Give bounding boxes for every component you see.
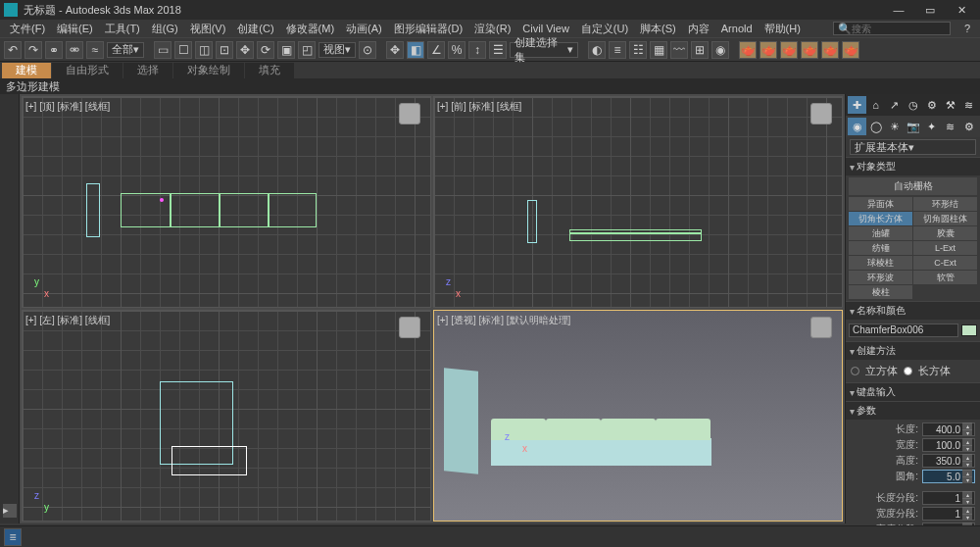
- redo-icon[interactable]: ↷: [24, 41, 42, 59]
- btn-hose[interactable]: 软管: [913, 271, 977, 284]
- hierarchy-tab-icon[interactable]: ↗: [885, 96, 904, 114]
- viewport-perspective[interactable]: [+] [透视] [标准] [默认明暗处理] z x: [433, 310, 843, 522]
- lights-icon[interactable]: ☀: [885, 118, 904, 135]
- menu-maxscript[interactable]: 脚本(S): [634, 22, 682, 36]
- btn-spindle[interactable]: 纺锤: [849, 241, 912, 255]
- tab-freeform[interactable]: 自由形式: [52, 63, 122, 78]
- spinner-snap-icon[interactable]: ↕: [468, 41, 486, 59]
- radio-cube[interactable]: [851, 367, 859, 375]
- search-box[interactable]: 🔍: [833, 22, 951, 35]
- link-icon[interactable]: ⚭: [45, 41, 63, 59]
- create-tab-icon[interactable]: ✚: [848, 96, 866, 114]
- select-move-icon[interactable]: ✥: [236, 41, 254, 59]
- btn-chamferbox[interactable]: 切角长方体: [849, 212, 912, 225]
- autogrid-checkbox[interactable]: 自动栅格: [849, 177, 977, 195]
- menu-help[interactable]: 帮助(H): [759, 22, 807, 36]
- spacewarp-icon[interactable]: ≋: [941, 118, 959, 135]
- section-keyboard[interactable]: 键盘输入: [846, 382, 980, 401]
- menu-arnold[interactable]: Arnold: [715, 23, 759, 34]
- height-spinner[interactable]: ▴▾: [922, 454, 975, 468]
- motion-tab-icon[interactable]: ◷: [904, 96, 922, 114]
- menu-customize[interactable]: 自定义(U): [575, 22, 634, 36]
- menu-content[interactable]: 内容: [682, 22, 715, 36]
- placement-icon[interactable]: ◰: [298, 41, 316, 59]
- select-scale-icon[interactable]: ▣: [277, 41, 295, 59]
- radio-box[interactable]: [904, 367, 912, 375]
- edit-named-icon[interactable]: ☰: [489, 41, 507, 59]
- bind-icon[interactable]: ≈: [86, 41, 104, 59]
- extra-tab-icon[interactable]: ≋: [959, 96, 978, 114]
- menu-animation[interactable]: 动画(A): [340, 22, 388, 36]
- menu-views[interactable]: 视图(V): [184, 22, 232, 36]
- expand-icon[interactable]: ▸: [3, 504, 17, 518]
- object-color-swatch[interactable]: [961, 324, 977, 336]
- window-crossing-icon[interactable]: ⊡: [216, 41, 233, 59]
- section-params[interactable]: 参数: [846, 401, 980, 420]
- scene-explorer-strip[interactable]: ▸: [0, 94, 20, 523]
- render-frame-icon[interactable]: 🫖: [760, 41, 777, 59]
- btn-prism[interactable]: 棱柱: [849, 285, 912, 299]
- menu-edit[interactable]: 编辑(E): [51, 22, 99, 36]
- btn-cext[interactable]: C-Ext: [913, 256, 977, 270]
- modify-tab-icon[interactable]: ⌂: [866, 96, 885, 114]
- length-spinner[interactable]: ▴▾: [922, 423, 975, 436]
- search-input[interactable]: [852, 24, 930, 34]
- render-iter-icon[interactable]: 🫖: [801, 41, 818, 59]
- schematic-icon[interactable]: ⊞: [691, 41, 709, 59]
- render-cloud-icon[interactable]: 🫖: [842, 41, 859, 59]
- systems-icon[interactable]: ⚙: [959, 118, 978, 135]
- mirror-icon[interactable]: ◐: [588, 41, 606, 59]
- btn-hedra[interactable]: 异面体: [849, 197, 912, 211]
- percent-snap-icon[interactable]: %: [448, 41, 466, 59]
- viewport-top[interactable]: [+] [顶] [标准] [线框] y x: [22, 96, 431, 308]
- refcoord-dropdown[interactable]: 视图 ▾: [318, 42, 356, 58]
- btn-capsule[interactable]: 胶囊: [913, 226, 977, 240]
- render-setup-icon[interactable]: 🫖: [739, 41, 757, 59]
- shapes-icon[interactable]: ◯: [866, 118, 885, 135]
- helpers-icon[interactable]: ✦: [922, 118, 941, 135]
- display-tab-icon[interactable]: ⚙: [922, 96, 941, 114]
- viewcube-icon[interactable]: [399, 317, 420, 338]
- layers-icon[interactable]: ☷: [629, 41, 647, 59]
- object-name-input[interactable]: ChamferBox006: [849, 323, 958, 337]
- menu-civil[interactable]: Civil View: [516, 23, 574, 34]
- viewport-front[interactable]: [+] [前] [标准] [线框] z x: [433, 96, 843, 308]
- btn-gengon[interactable]: 球棱柱: [849, 256, 912, 270]
- tab-selection[interactable]: 选择: [123, 63, 172, 78]
- cameras-icon[interactable]: 📷: [904, 118, 922, 135]
- named-sets-dropdown[interactable]: 创建选择集 ▾: [510, 42, 578, 58]
- menu-file[interactable]: 文件(F): [4, 22, 51, 36]
- undo-icon[interactable]: ↶: [4, 41, 22, 59]
- lseg-spinner[interactable]: ▴▾: [922, 491, 975, 505]
- tab-populate[interactable]: 填充: [245, 63, 294, 78]
- menu-render[interactable]: 渲染(R): [468, 22, 516, 36]
- wseg-spinner[interactable]: ▴▾: [922, 507, 975, 521]
- help-icon[interactable]: ?: [958, 23, 976, 34]
- use-center-icon[interactable]: ⊙: [359, 41, 376, 59]
- geometry-icon[interactable]: ◉: [848, 118, 866, 135]
- select-region-icon[interactable]: ◫: [195, 41, 213, 59]
- select-manipulate-icon[interactable]: ✥: [386, 41, 404, 59]
- section-object-type[interactable]: 对象类型: [846, 157, 980, 175]
- filter-dropdown[interactable]: 全部 ▾: [107, 42, 144, 58]
- render-activeshade-icon[interactable]: 🫖: [821, 41, 839, 59]
- viewcube-icon[interactable]: [810, 103, 832, 124]
- unlink-icon[interactable]: ⚮: [66, 41, 83, 59]
- menu-create[interactable]: 创建(C): [231, 22, 279, 36]
- select-name-icon[interactable]: ☐: [174, 41, 192, 59]
- maxscript-icon[interactable]: ≡: [4, 528, 22, 546]
- tab-modeling[interactable]: 建模: [2, 63, 51, 78]
- section-create-method[interactable]: 创建方法: [846, 341, 980, 360]
- close-button[interactable]: ✕: [955, 3, 968, 17]
- viewcube-icon[interactable]: [810, 317, 832, 338]
- viewport-left[interactable]: [+] [左] [标准] [线框] z y: [22, 310, 431, 522]
- align-icon[interactable]: ≡: [609, 41, 626, 59]
- menu-graph[interactable]: 图形编辑器(D): [388, 22, 468, 36]
- btn-oiltank[interactable]: 油罐: [849, 226, 912, 240]
- select-rotate-icon[interactable]: ⟳: [257, 41, 274, 59]
- menu-modifiers[interactable]: 修改器(M): [280, 22, 341, 36]
- tab-objpaint[interactable]: 对象绘制: [173, 63, 244, 78]
- snap-toggle-icon[interactable]: ◧: [407, 41, 424, 59]
- menu-group[interactable]: 组(G): [146, 22, 184, 36]
- viewcube-icon[interactable]: [399, 103, 420, 124]
